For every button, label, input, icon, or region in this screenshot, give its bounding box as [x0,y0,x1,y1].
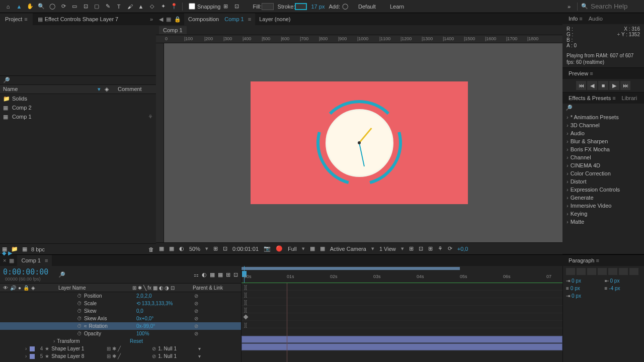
effects-preset-item[interactable]: Channel [562,153,644,161]
info-tab[interactable]: Info≡ [566,13,586,24]
expr-icon[interactable]: ≈ [84,323,87,329]
add-dropdown-icon[interactable]: ◯ [340,2,350,12]
justify-right-icon[interactable] [619,268,628,275]
project-tab[interactable]: Project≡ [0,13,33,25]
align-center-icon[interactable] [577,268,586,275]
tl-draft3d-icon[interactable]: ⊡ [233,272,238,278]
timeline-property-row[interactable]: ⏱Skew 0,0 ⊘ [0,307,241,315]
zoom-tool-icon[interactable]: 🔍 [36,2,46,12]
layer-bar[interactable] [242,343,562,350]
hand-tool-icon[interactable]: ✋ [25,2,35,12]
tl-comp-icon[interactable]: ⚏ [194,272,199,278]
timeline-layer-row[interactable]: › 4 ★ Shape Layer 1 ⊞ ✱ ╱ ⊘ 1. Null 1 ▾ [0,345,241,352]
play-button[interactable]: ▶ [609,81,619,90]
first-frame-button[interactable]: ⏮ [576,81,586,90]
flowchart-icon[interactable]: ⚘ [438,245,443,252]
brush-tool-icon[interactable]: 🖌 [125,2,135,12]
timeline-ruler[interactable]: 00s 01s 02s 03s 04s 05s 06s 07 [242,266,562,283]
fill-swatch[interactable] [262,3,274,10]
col-name-header[interactable]: Name [3,86,98,93]
channel-icon[interactable]: 🔴 [276,245,283,252]
panel-menu-icon[interactable]: ≡ [24,16,27,22]
preview-tab[interactable]: Preview≡ [566,68,596,79]
res-icon[interactable]: ⊞ [213,245,218,252]
stopwatch-icon[interactable]: ⏱ [77,308,82,314]
effects-preset-item[interactable]: Keying [562,210,644,218]
shape-tool-icon[interactable]: ▢ [92,2,102,12]
timeline-property-row[interactable]: ⏱Skew Axis 0x+0,0° ⊘ [0,315,241,322]
grid-icon[interactable]: ▦ [169,245,174,252]
lock-icon[interactable]: 🔒 [174,16,181,23]
justify-left-icon[interactable] [598,268,607,275]
timeline-property-row[interactable]: ⏱Scale ⟲ 133,3,133,3% ⊘ [0,300,241,307]
roi-icon[interactable]: ⊡ [223,245,227,252]
search-help-input[interactable] [591,3,641,10]
justify-all-icon[interactable] [629,268,638,275]
tl-graph-icon[interactable]: ⊞ [226,272,230,278]
effects-preset-item[interactable]: Blur & Sharpen [562,137,644,145]
effects-preset-item[interactable]: Immersive Video [562,202,644,210]
new-comp-icon[interactable]: ▦ [22,246,27,252]
stroke-swatch[interactable] [295,3,307,10]
bpc-button[interactable]: 8 bpc [31,246,45,252]
clone-tool-icon[interactable]: ▲ [136,2,146,12]
timeline-icon[interactable]: ⊞ [428,245,433,252]
label-header-icon[interactable]: ◈ [31,285,35,291]
libraries-tab[interactable]: Librari [619,93,640,104]
paragraph-tab[interactable]: Paragraph≡ [566,255,602,266]
search-icon[interactable]: 🔍 [580,2,590,12]
orbit-tool-icon[interactable]: ◯ [47,2,57,12]
transform-group[interactable]: Transform [57,338,79,344]
time-display[interactable]: 0:00:01:01 [232,246,259,252]
overflow-icon[interactable]: » [564,2,574,12]
effects-preset-item[interactable]: Matte [562,218,644,226]
learn-button[interactable]: Learn [390,4,404,10]
nav-back-icon[interactable]: ◀ [159,16,163,23]
snapshot-icon[interactable]: 📷 [264,245,271,252]
align-left-icon[interactable] [566,268,575,275]
stopwatch-icon[interactable]: ⏱ [77,316,82,321]
effects-preset-item[interactable]: CINEMA 4D [562,161,644,169]
reset-button[interactable]: Reset [130,338,238,344]
close-tab-icon[interactable]: × [3,257,6,263]
puppet-tool-icon[interactable]: 📍 [169,2,179,12]
stopwatch-icon[interactable]: ⏱ [77,323,82,329]
twirl-icon[interactable]: › [53,338,55,344]
tl-shy-icon[interactable]: ◐ [202,272,207,278]
align-right-icon[interactable] [587,268,596,275]
timeline-tracks[interactable]: ][ ][ ][ ][ ][ [242,283,562,362]
sort-down-icon[interactable]: ▾ [98,86,101,93]
layer-bar[interactable] [242,336,562,343]
col-tag-header[interactable]: ◈ [105,86,118,93]
snap-opt2-icon[interactable]: ⊡ [232,2,242,12]
camera-tool-icon[interactable]: ▭ [69,2,79,12]
project-item-comp[interactable]: ▦ Comp 1 ⚘ [0,112,156,121]
stroke-width-value[interactable]: 17 px [311,4,325,10]
stopwatch-icon[interactable]: ⏱ [77,301,82,306]
effects-preset-item[interactable]: Audio [562,129,644,137]
workspace-button[interactable]: Default [358,4,376,10]
views-dropdown[interactable]: 1 View [379,246,396,252]
alpha-icon[interactable]: ▦ [159,245,164,252]
timeline-search[interactable]: 🔎 [58,272,65,278]
timeline-property-row[interactable]: ⏱Opacity 100% ⊘ [0,330,241,337]
reset-exposure-icon[interactable]: ⟳ [448,245,452,252]
effects-preset-item[interactable]: Color Correction [562,169,644,177]
rotation-tool-icon[interactable]: ⟳ [58,2,68,12]
timeline-comp-tab[interactable]: Comp 1≡ [17,255,52,266]
pan-behind-tool-icon[interactable]: ⊡ [80,2,91,12]
eraser-tool-icon[interactable]: ◇ [147,2,157,12]
snapping-checkbox[interactable]: Snapping [189,3,221,10]
mask-icon[interactable]: ◐ [179,245,184,252]
col-comment-header[interactable]: Comment [118,86,153,93]
resolution-dropdown[interactable]: Full [288,246,297,252]
tl-frame-blend-icon[interactable]: ▦ [210,272,215,278]
panel-overflow-icon[interactable]: » [147,16,156,22]
timeline-layer-row[interactable]: › 5 ★ Shape Layer 8 ⊞ ✱ ╱ ⊘ 1. Null 1 ▾ [0,352,241,360]
effects-preset-item[interactable]: * Animation Presets [562,113,644,121]
effects-preset-item[interactable]: Generate [562,194,644,202]
project-item-folder[interactable]: 📁 Solids [0,94,156,103]
trash-icon[interactable]: 🗑 [148,246,154,252]
eye-icon[interactable]: 👁 [3,285,8,291]
flowchart-icon[interactable]: ⚘ [148,114,153,120]
